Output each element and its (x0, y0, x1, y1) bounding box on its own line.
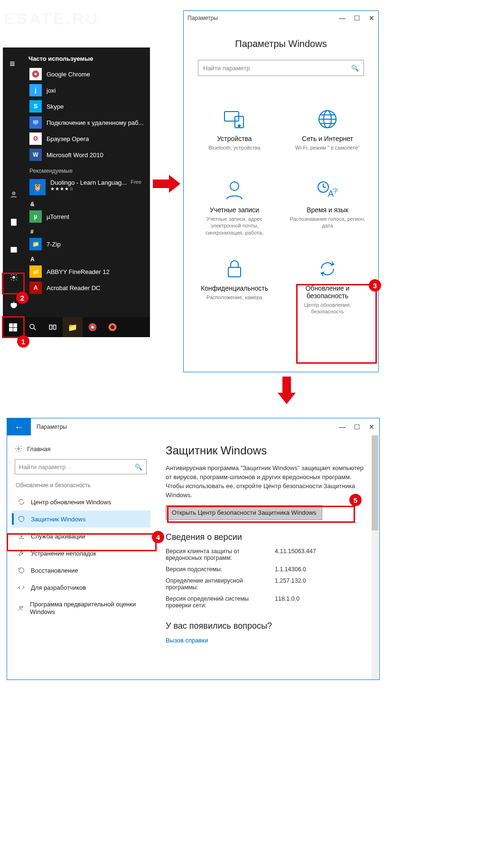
nav-insider[interactable]: Программа предварительной оценки Windows (12, 596, 150, 620)
documents-icon[interactable] (3, 213, 25, 232)
category-update-security[interactable]: Обновление и безопасность Центр обновлен… (283, 254, 372, 319)
row-key: Версия определений системы проверки сети… (166, 595, 275, 609)
svg-point-6 (13, 276, 15, 279)
sidebar-home-label: Главная (27, 445, 50, 453)
chrome-icon (29, 68, 42, 80)
taskview-icon[interactable] (43, 317, 63, 337)
window-title: Параметры (31, 418, 339, 435)
nav-windows-update[interactable]: Центр обновления Windows (12, 493, 150, 510)
maximize-icon[interactable]: ☐ (354, 423, 360, 431)
settings-search[interactable]: Найти параметр 🔍 (198, 60, 364, 76)
version-row: Версия подсистемы:1.1.14306.0 (166, 566, 366, 573)
help-link[interactable]: Вызов справки (166, 637, 366, 644)
watermark: ESATE.RU (4, 9, 99, 28)
hamburger-icon[interactable] (3, 53, 25, 72)
app-label: Skype (47, 103, 64, 110)
app-label: Подключение к удаленному раб... (47, 119, 144, 126)
group-a: A (30, 256, 148, 263)
badge-1: 1 (17, 335, 29, 348)
joxi-icon: j (29, 84, 42, 96)
rdp-icon (29, 116, 42, 129)
app-acrobat[interactable]: AAcrobat Reader DC (27, 280, 148, 296)
nav-label: Для разработчиков (31, 584, 86, 591)
app-joxi[interactable]: jjoxi (27, 82, 148, 98)
taskbar-chrome-icon[interactable] (83, 317, 103, 337)
app-rdp[interactable]: Подключение к удаленному раб... (27, 114, 148, 131)
app-skype[interactable]: SSkype (27, 98, 148, 114)
app-label: Google Chrome (47, 71, 90, 78)
nav-label: Восстановление (31, 567, 78, 574)
app-abbyy[interactable]: 📁ABBYY FineReader 12 (27, 264, 148, 280)
dev-icon (18, 584, 25, 591)
svg-point-38 (18, 448, 19, 450)
nav-troubleshoot[interactable]: Устранение неполадок (12, 545, 150, 562)
category-network[interactable]: Сеть и Интернет Wi-Fi, режим " в самолет… (283, 104, 372, 161)
settings-content: Защитник Windows Антивирусная программа … (155, 435, 379, 679)
back-button[interactable]: ← (7, 418, 31, 435)
category-sub: Bluetooth, устройства (208, 144, 260, 158)
scrollbar-thumb[interactable] (372, 435, 378, 530)
close-icon[interactable]: ✕ (369, 14, 374, 22)
category-sub: Распознавание голоса, регион, дата (287, 216, 368, 229)
sidebar-search[interactable]: Найти параметр 🔍 (15, 459, 147, 474)
pictures-icon[interactable] (3, 240, 25, 259)
minimize-icon[interactable]: — (339, 14, 346, 22)
nav-backup[interactable]: Служба архивации (12, 528, 150, 545)
person-icon (225, 179, 244, 201)
minimize-icon[interactable]: — (339, 423, 346, 431)
sidebar-section-header: Обновление и безопасность (16, 482, 150, 489)
app-label: joxi (47, 87, 56, 94)
nav-defender[interactable]: Защитник Windows (12, 510, 150, 528)
app-chrome[interactable]: Google Chrome (27, 66, 148, 82)
version-row: Версия определений системы проверки сети… (166, 595, 366, 609)
svg-rect-11 (35, 124, 37, 124)
settings-gear-icon[interactable] (3, 268, 25, 287)
time-language-icon: A字 (317, 179, 338, 201)
wrench-icon (18, 549, 25, 557)
skype-icon: S (29, 100, 42, 113)
category-accounts[interactable]: Учетные записи Учетные записи, адрес эле… (190, 176, 279, 240)
page-description: Антивирусная программа "Защитник Windows… (166, 464, 366, 500)
close-icon[interactable]: ✕ (369, 423, 374, 431)
category-title: Учетные записи (210, 206, 259, 214)
open-security-center-button[interactable]: Открыть Центр безопасности Защитника Win… (166, 505, 322, 520)
arrow-down-icon (276, 377, 298, 405)
app-7zip[interactable]: 📁7-Zip (27, 236, 148, 252)
nav-developers[interactable]: Для разработчиков (12, 579, 150, 596)
sidebar-home[interactable]: Главная (15, 445, 150, 453)
row-key: Версия клиента защиты от вредоносных про… (166, 548, 275, 561)
category-devices[interactable]: Устройства Bluetooth, устройства (190, 104, 279, 161)
start-button[interactable] (3, 317, 23, 337)
app-label: Microsoft Word 2010 (47, 151, 103, 159)
category-time-language[interactable]: A字 Время и язык Распознавание голоса, ре… (283, 176, 372, 240)
row-value: 1.257.132.0 (275, 577, 306, 591)
svg-point-30 (230, 182, 239, 190)
group-hash: # (30, 228, 148, 235)
taskbar-search-icon[interactable] (23, 317, 43, 337)
app-opera[interactable]: OБраузер Opera (27, 131, 148, 147)
svg-point-39 (19, 606, 21, 608)
word-icon: W (29, 149, 42, 161)
taskbar-explorer-icon[interactable]: 📁 (63, 317, 83, 337)
sync-icon (318, 258, 337, 280)
row-key: Версия подсистемы: (166, 566, 275, 573)
app-word[interactable]: WMicrosoft Word 2010 (27, 147, 148, 163)
row-value: 118.1.0.0 (275, 595, 299, 609)
nav-label: Программа предварительной оценки Windows (30, 601, 147, 615)
app-utorrent[interactable]: µµTorrent (27, 208, 148, 225)
settings-window: Параметры — ☐ ✕ Параметры Windows Найти … (183, 10, 379, 372)
nav-label: Центр обновления Windows (31, 499, 111, 506)
nav-recovery[interactable]: Восстановление (12, 562, 150, 579)
category-privacy[interactable]: Конфиденциальность Расположение, камера (190, 254, 279, 319)
gear-icon (15, 445, 22, 453)
category-title: Обновление и безопасность (287, 284, 368, 300)
user-icon[interactable] (3, 185, 25, 204)
maximize-icon[interactable]: ☐ (354, 14, 360, 22)
version-info-header: Сведения о версии (166, 532, 366, 542)
arrow-right-icon (153, 173, 181, 195)
taskbar-firefox-icon[interactable] (103, 317, 122, 337)
svg-point-18 (92, 326, 94, 329)
row-value: 1.1.14306.0 (275, 566, 306, 573)
app-duolingo[interactable]: 🦉 Duolingo - Learn Languag...Free ★★★★☆ (27, 177, 148, 197)
version-row: Версия клиента защиты от вредоносных про… (166, 548, 366, 561)
